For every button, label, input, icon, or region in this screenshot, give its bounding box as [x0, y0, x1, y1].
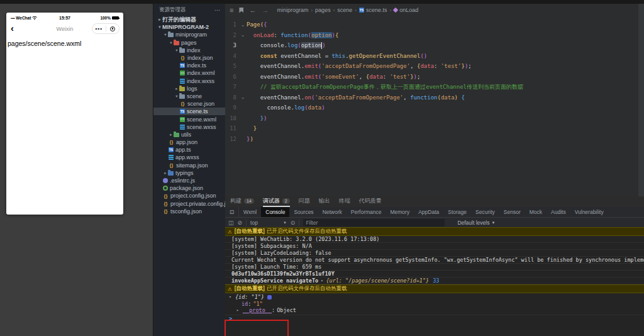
tree-item-miniprogram-2[interactable]: ▾MINIPROGRAM-2 [153, 23, 225, 31]
code-text[interactable]: eventChannel.on('acceptDataFromOpenerPag… [247, 92, 465, 103]
clear-console-icon[interactable]: ⊘ [238, 220, 243, 226]
devtools-tab-sources[interactable]: Sources [289, 207, 318, 217]
code-text[interactable]: }) [247, 113, 267, 124]
context-selector[interactable]: top ▼ [250, 220, 287, 226]
bookmark-icon[interactable] [239, 8, 243, 13]
nav-forward-icon[interactable]: → [262, 7, 269, 14]
devtools-tab-audits[interactable]: Audits [547, 207, 570, 217]
fold-chevron-icon[interactable]: ⌄ [239, 22, 247, 28]
devtools-tab-vulnerability[interactable]: Vulnerability [570, 207, 608, 217]
tree-item-index.wxss[interactable]: index.wxss [153, 77, 225, 85]
breadcrumb-item-scene[interactable]: scene [337, 7, 352, 13]
devtools-tab-bar: ⊡ WxmlConsoleSourcesNetworkPerformanceMe… [225, 207, 644, 217]
code-text[interactable]: // 监听acceptDataFromOpenerPage事件，获取上一页面通过… [247, 82, 523, 92]
code-text[interactable]: Page({ [247, 20, 267, 30]
expand-chevron-icon[interactable]: ▸ [321, 278, 323, 283]
tree-item--[interactable]: ▸打开的编辑器 [153, 16, 225, 23]
devtools-tab-appdata[interactable]: AppData [414, 207, 443, 217]
tree-item-miniprogram[interactable]: ▾miniprogram [153, 31, 225, 38]
code-text[interactable]: eventChannel.emit('someEvent', {data: 't… [247, 72, 420, 82]
code-lines: 1⌄Page({2⌄ onLoad: function(option){3 co… [225, 16, 644, 144]
chevron-right-icon[interactable]: ▸ [174, 86, 179, 91]
tree-item-index.ts[interactable]: TSindex.ts [153, 62, 225, 69]
console-prompt[interactable]: > [225, 315, 644, 322]
home-circle-icon[interactable] [106, 26, 119, 31]
chevron-right-icon[interactable]: ▸ [169, 132, 174, 137]
devtools-tab-network[interactable]: Network [318, 207, 347, 217]
nav-back-icon[interactable]: ← [249, 7, 256, 14]
tree-item-.eslintrc.js[interactable]: .eslintrc.js [153, 177, 225, 184]
devtools-tab-memory[interactable]: Memory [386, 207, 414, 217]
menu-icon[interactable]: ≡ [230, 7, 233, 14]
code-text[interactable]: console.log(data) [247, 103, 325, 113]
tree-item-scene.wxss[interactable]: scene.wxss [153, 123, 225, 131]
capsule-button[interactable]: ••• [92, 23, 119, 34]
chevron-right-icon[interactable]: ▸ [163, 171, 168, 176]
tree-item-typings[interactable]: ▸typings [153, 169, 225, 177]
tree-item-pages[interactable]: ▾pages [153, 39, 225, 47]
code-text[interactable]: eventChannel.emit('acceptDataFromOpenedP… [247, 61, 472, 72]
chevron-down-icon[interactable]: ▾ [163, 32, 168, 37]
fold-chevron-icon[interactable]: ⌄ [239, 94, 247, 100]
tree-item-project.private.config.js...[interactable]: {}project.private.config.js... [153, 200, 225, 208]
devtools-tab-performance[interactable]: Performance [347, 207, 386, 217]
simulator-panel: ••••• WeChat 15:57 100% ‹ Weixin ••• [0, 4, 153, 336]
tree-item-index[interactable]: ▾index [153, 47, 225, 54]
code-text[interactable]: } [247, 123, 257, 134]
tree-item-app.json[interactable]: {}app.json [153, 138, 225, 146]
devtools-tab-mock[interactable]: Mock [525, 207, 547, 217]
json-icon: {} [163, 208, 169, 214]
expand-chevron-icon[interactable]: ▸ [236, 308, 243, 313]
tree-item-index.wxml[interactable]: <>index.wxml [153, 69, 225, 77]
chevron-down-icon[interactable]: ▾ [169, 40, 174, 45]
tree-item-sitemap.json[interactable]: {}sitemap.json [153, 162, 225, 169]
devtools-tab-sensor[interactable]: Sensor [499, 207, 525, 217]
filter-input[interactable] [303, 219, 445, 227]
tree-item-scene.ts[interactable]: TSscene.ts [153, 108, 225, 115]
chevron-down-icon[interactable]: ▾ [174, 94, 179, 99]
log-levels-selector[interactable]: Default levels ▼ [457, 220, 495, 226]
breadcrumb-item-scene.ts[interactable]: TSscene.ts [359, 7, 387, 13]
tree-item-index.json[interactable]: {}index.json [153, 54, 225, 62]
tree-item-tsconfig.json[interactable]: {}tsconfig.json [153, 208, 225, 215]
tree-item-logs[interactable]: ▸logs [153, 85, 225, 92]
explorer-more-icon[interactable]: ⋯ [214, 7, 220, 13]
breadcrumb-item-miniprogram[interactable]: miniprogram [277, 7, 308, 13]
fold-chevron-icon[interactable]: ⌄ [239, 32, 247, 38]
inspect-element-icon[interactable]: ⊡ [225, 207, 239, 217]
eye-icon[interactable]: ⊙ [291, 220, 296, 226]
panel-tab-输出[interactable]: 输出 [319, 196, 330, 207]
panel-tab-问题[interactable]: 问题 [299, 196, 310, 207]
tree-item-utils[interactable]: ▸utils [153, 131, 225, 138]
tree-item-app.ts[interactable]: TSapp.ts [153, 146, 225, 154]
breadcrumb-item-pages[interactable]: pages [315, 7, 331, 13]
code-text[interactable]: const eventChannel = this.getOpenerEvent… [247, 51, 427, 62]
tree-item-scene.json[interactable]: {}scene.json [153, 100, 225, 108]
tree-item-scene.wxml[interactable]: <>scene.wxml [153, 115, 225, 123]
chevron-down-icon[interactable]: ▾ [174, 48, 179, 53]
code-text[interactable]: onLoad: function(option){ [247, 30, 338, 41]
more-dots-icon[interactable]: ••• [92, 26, 106, 31]
devtools-tab-console[interactable]: Console [261, 207, 289, 217]
devtools-tab-wxml[interactable]: Wxml [239, 207, 261, 217]
devtools-tab-storage[interactable]: Storage [443, 207, 471, 217]
panel-tab-构建[interactable]: 构建14 [230, 196, 254, 207]
object-header-row: ▾{id: "1"} [225, 294, 644, 301]
chevron-right-icon[interactable]: ▸ [157, 17, 162, 22]
code-text[interactable]: console.log(option) [247, 40, 326, 51]
chevron-down-icon[interactable]: ▾ [157, 25, 162, 30]
devtools-tab-security[interactable]: Security [471, 207, 499, 217]
console-sidebar-icon[interactable]: ◫ [228, 220, 234, 226]
tree-item-label: project.private.config.js... [170, 201, 225, 207]
breadcrumb-item-onload[interactable]: onLoad [394, 7, 418, 13]
panel-tab-代码质量[interactable]: 代码质量 [359, 196, 382, 207]
tree-item-app.wxss[interactable]: app.wxss [153, 154, 225, 161]
tree-item-package.json[interactable]: package.json [153, 184, 225, 192]
tree-item-scene[interactable]: ▾scene [153, 92, 225, 100]
code-text[interactable]: }) [247, 134, 253, 145]
panel-tab-调试器[interactable]: 调试器2 [263, 196, 290, 207]
tree-item-project.config.json[interactable]: {}project.config.json [153, 192, 225, 199]
panel-tab-终端[interactable]: 终端 [339, 196, 350, 207]
editor-scrollbar[interactable] [638, 4, 644, 196]
collapse-chevron-icon[interactable]: ▾ [229, 294, 235, 300]
